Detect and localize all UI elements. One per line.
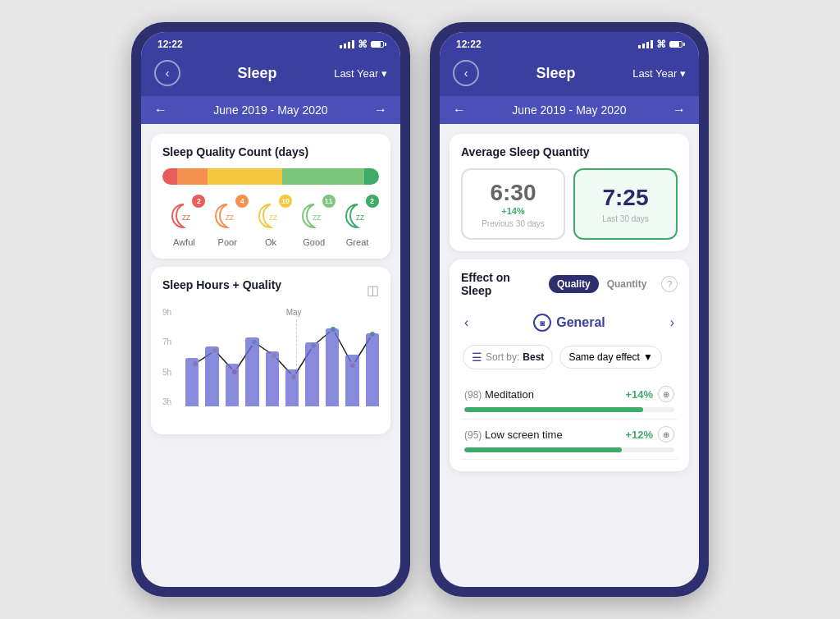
chart-y-labels: 9h 7h 5h 3h: [162, 308, 182, 406]
battery-icon: [371, 41, 384, 48]
tab-quantity[interactable]: Quantity: [599, 275, 655, 293]
bar-great: [364, 168, 379, 185]
badge-great: 2: [366, 195, 379, 208]
general-text: General: [556, 315, 605, 330]
previous-sleep-box: 6:30 +14% Previous 30 days: [461, 168, 565, 240]
right-status-bar: 12:22 ⌘: [440, 32, 699, 53]
sort-label: Sort by:: [486, 351, 519, 363]
effect-item-meditation: (98) Meditation +14% ⊕: [461, 379, 678, 420]
left-back-button[interactable]: ‹: [154, 60, 180, 86]
right-prev-arrow[interactable]: ←: [453, 103, 466, 117]
effect-pct-2: +12%: [625, 429, 653, 441]
general-nav: ‹ ◙ General ›: [461, 307, 678, 338]
moon-good: zz 11: [296, 198, 332, 234]
current-sleep-time: 7:25: [602, 185, 648, 211]
general-next-chevron[interactable]: ›: [670, 315, 674, 330]
general-prev-chevron[interactable]: ‹: [464, 315, 468, 330]
effect-header: Effect on Sleep Quality Quantity ?: [461, 271, 678, 297]
effect-bar-fill-1: [464, 407, 643, 412]
effect-bar-bg-1: [464, 407, 674, 412]
signal-icon: [340, 40, 354, 48]
sort-row: ☰ Sort by: Best Same day effect ▼: [461, 345, 678, 369]
chart-bar-2: [205, 346, 218, 406]
effect-item-screen-time: (95) Low screen time +12% ⊕: [461, 420, 678, 460]
tab-quality[interactable]: Quality: [549, 275, 599, 293]
effect-item-header-1: (98) Meditation +14% ⊕: [464, 386, 674, 402]
effect-bar-row-2: [464, 447, 674, 452]
dropdown-chevron-icon: ▼: [643, 351, 653, 363]
y-label-7h: 7h: [162, 337, 182, 346]
chart-bar-8: [326, 328, 339, 406]
right-time: 12:22: [456, 39, 482, 50]
general-label: ◙ General: [533, 314, 605, 332]
quality-item-good: zz 11 Good: [296, 198, 332, 247]
current-sleep-label: Last 30 days: [602, 214, 649, 223]
badge-awful: 2: [192, 195, 205, 208]
right-date-range: June 2019 - May 2020: [512, 103, 626, 117]
y-label-5h: 5h: [162, 368, 182, 377]
right-nav-bar: ‹ Sleep Last Year ▾: [440, 53, 699, 96]
left-nav-bar: ‹ Sleep Last Year ▾: [141, 53, 400, 96]
right-wifi-icon: ⌘: [656, 39, 666, 50]
avg-sleep-title: Average Sleep Quantity: [461, 145, 678, 158]
right-back-icon: ‹: [464, 66, 468, 80]
general-icon: ◙: [533, 314, 551, 332]
quality-item-ok: zz 10 Ok: [253, 198, 289, 247]
right-next-arrow[interactable]: →: [673, 103, 686, 117]
chart-bar-3: [226, 364, 239, 406]
chart-bars-container: [185, 318, 379, 406]
svg-text:zz: zz: [356, 213, 364, 222]
left-back-icon: ‹: [166, 66, 170, 80]
left-period-selector[interactable]: Last Year ▾: [334, 67, 387, 80]
effect-item-name-2: (95) Low screen time: [464, 429, 563, 441]
sort-button[interactable]: ☰ Sort by: Best: [463, 345, 553, 369]
svg-text:zz: zz: [182, 213, 190, 222]
right-battery-icon: [669, 41, 682, 48]
right-period-selector[interactable]: Last Year ▾: [632, 67, 686, 80]
filter-text: Same day effect: [568, 351, 640, 363]
left-prev-arrow[interactable]: ←: [154, 103, 167, 117]
chart-title: Sleep Hours + Quality: [162, 278, 281, 291]
chart-export-icon[interactable]: ◫: [367, 282, 379, 298]
quality-icons: zz 2 Awful zz: [162, 198, 379, 247]
svg-text:zz: zz: [313, 213, 321, 222]
previous-sleep-label: Previous 30 days: [482, 219, 545, 228]
bar-poor: [177, 168, 207, 185]
effect-bar-fill-2: [464, 447, 622, 452]
svg-text:zz: zz: [226, 213, 234, 222]
effect-title: Effect on Sleep: [461, 271, 542, 297]
sleep-quality-title: Sleep Quality Count (days): [162, 145, 379, 158]
left-phone-inner: 12:22 ⌘ ‹: [141, 32, 400, 587]
right-back-button[interactable]: ‹: [453, 60, 479, 86]
left-next-arrow[interactable]: →: [374, 103, 387, 117]
quality-item-great: zz 2 Great: [340, 198, 376, 247]
chart-area: 9h 7h 5h 3h May: [162, 308, 379, 423]
bar-good: [282, 168, 364, 185]
help-icon[interactable]: ?: [661, 276, 678, 292]
badge-poor: 4: [235, 195, 249, 208]
chart-bar-7: [305, 342, 318, 406]
quality-item-awful: zz 2 Awful: [166, 198, 202, 247]
right-phone-inner: 12:22 ⌘ ‹: [440, 32, 699, 587]
quality-bar: [162, 168, 379, 185]
chart-body: May: [185, 308, 379, 406]
moon-poor: zz 4: [209, 198, 245, 234]
previous-sleep-change: +14%: [501, 206, 524, 216]
left-status-bar: 12:22 ⌘: [141, 32, 400, 53]
zoom-icon-2[interactable]: ⊕: [658, 426, 674, 442]
sleep-quantity-row: 6:30 +14% Previous 30 days 7:25 Last 30 …: [461, 168, 678, 240]
moon-ok: zz 10: [253, 198, 289, 234]
bar-awful: [162, 168, 177, 185]
sort-icon: ☰: [472, 351, 482, 364]
chart-header: Sleep Hours + Quality ◫: [162, 278, 379, 301]
label-awful: Awful: [173, 237, 195, 247]
chart-bar-1: [185, 358, 199, 406]
left-date-bar: ← June 2019 - May 2020 →: [141, 96, 400, 124]
wifi-icon: ⌘: [358, 39, 368, 50]
bar-ok: [208, 168, 282, 185]
effect-pct-1: +14%: [625, 388, 653, 401]
effect-filter-dropdown[interactable]: Same day effect ▼: [559, 346, 661, 369]
zoom-icon-1[interactable]: ⊕: [658, 386, 674, 402]
left-date-range: June 2019 - May 2020: [213, 103, 327, 117]
right-signal-icon: [638, 40, 653, 48]
